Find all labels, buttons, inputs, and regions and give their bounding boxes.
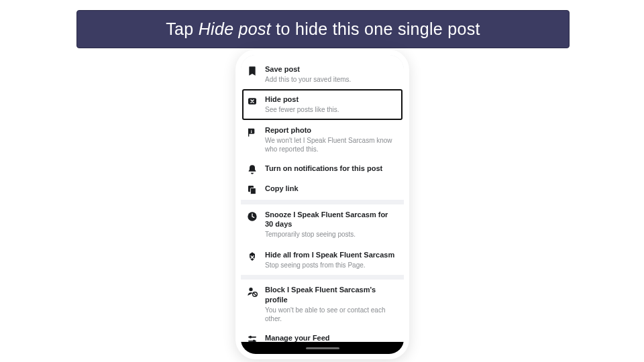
menu-item-sub: We won't let I Speak Fluent Sarcasm know…	[265, 136, 397, 154]
bookmark-icon	[246, 65, 258, 77]
svg-point-12	[249, 336, 252, 339]
menu-item-sub: Stop seeing posts from this Page.	[265, 261, 397, 270]
menu-item-title: Save post	[265, 64, 397, 74]
menu-item-hide-all[interactable]: Hide all from I Speak Fluent Sarcasm Sto…	[241, 245, 404, 275]
menu-item-title: Copy link	[265, 184, 397, 194]
menu-item-title: Hide post	[265, 95, 397, 105]
phone-screen: Save post Add this to your saved items. …	[241, 55, 404, 354]
menu-item-title: Block I Speak Fluent Sarcasm's profile	[265, 285, 397, 305]
menu-item-sub: Add this to your saved items.	[265, 75, 397, 84]
hide-icon	[246, 95, 258, 107]
menu-section-3: Block I Speak Fluent Sarcasm's profile Y…	[241, 280, 404, 349]
svg-point-8	[249, 288, 252, 291]
minus-box-icon	[246, 251, 258, 263]
svg-rect-6	[250, 188, 256, 194]
menu-item-notifications[interactable]: Turn on notifications for this post	[241, 160, 404, 180]
nav-pill	[306, 347, 339, 349]
report-icon	[246, 126, 258, 138]
menu-section-2: Snooze I Speak Fluent Sarcasm for 30 day…	[241, 204, 404, 276]
menu-item-snooze[interactable]: Snooze I Speak Fluent Sarcasm for 30 day…	[241, 204, 404, 245]
instruction-banner: Tap Hide post to hide this one single po…	[76, 10, 570, 48]
menu-item-sub: You won't be able to see or contact each…	[265, 306, 397, 324]
svg-rect-3	[251, 131, 252, 133]
banner-emphasis: Hide post	[199, 19, 271, 38]
menu-item-sub: See fewer posts like this.	[265, 105, 397, 115]
banner-prefix: Tap	[166, 19, 198, 38]
menu-item-title: Turn on notifications for this post	[265, 164, 397, 174]
menu-section-1: Save post Add this to your saved items. …	[241, 59, 404, 200]
clock-icon	[246, 210, 258, 223]
menu-item-title: Report photo	[265, 125, 397, 135]
phone-frame: Save post Add this to your saved items. …	[235, 50, 409, 359]
menu-item-title: Hide all from I Speak Fluent Sarcasm	[265, 250, 397, 260]
svg-point-2	[251, 129, 252, 130]
menu-item-block[interactable]: Block I Speak Fluent Sarcasm's profile Y…	[241, 280, 404, 329]
menu-item-sub: Temporarily stop seeing posts.	[265, 230, 397, 239]
menu-item-save-post[interactable]: Save post Add this to your saved items.	[241, 59, 404, 89]
menu-item-hide-post[interactable]: Hide post See fewer posts like this.	[242, 89, 402, 119]
bell-icon	[246, 164, 258, 176]
menu-item-title: Snooze I Speak Fluent Sarcasm for 30 day…	[265, 210, 397, 230]
copy-icon	[246, 184, 258, 196]
block-icon	[246, 286, 258, 298]
svg-rect-4	[248, 128, 249, 136]
android-nav-bar	[241, 342, 404, 354]
menu-item-report-photo[interactable]: Report photo We won't let I Speak Fluent…	[241, 120, 404, 160]
banner-suffix: to hide this one single post	[271, 19, 480, 38]
menu-item-copy-link[interactable]: Copy link	[241, 180, 404, 200]
